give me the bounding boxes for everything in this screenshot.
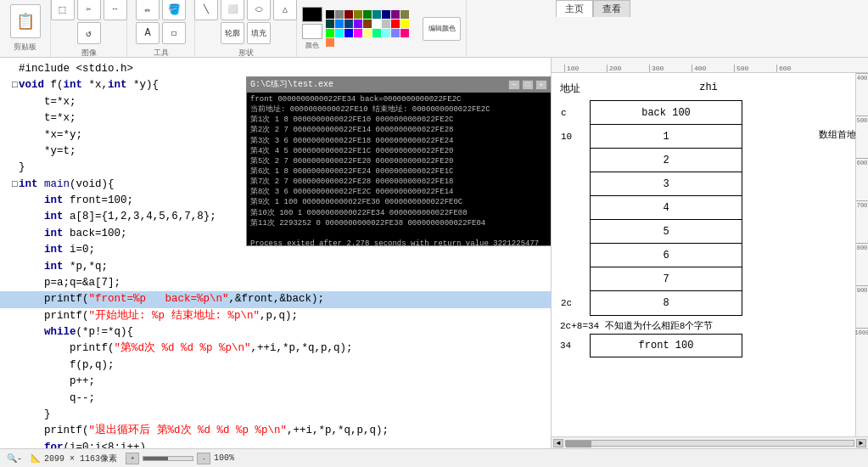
tab-home[interactable]: 主页 [556, 0, 593, 17]
paste-btn[interactable]: 📋 [10, 4, 41, 38]
clipboard-section: 📋 剪贴板 [0, 0, 51, 57]
term-line-1: front 0000000000022FE34 back=00000000000… [250, 94, 547, 104]
mem-val-header: zhi [619, 82, 798, 96]
zoom-out-btn2[interactable]: - [197, 453, 210, 464]
terminal-maximize-btn[interactable]: □ [522, 80, 534, 90]
scroll-thumb[interactable] [566, 441, 591, 447]
mem-val-8: 8 [591, 291, 742, 315]
color-darkred[interactable] [344, 10, 353, 19]
mem-addr-2c: 2c [561, 298, 572, 308]
color-yellow[interactable] [400, 20, 409, 28]
edit-colors-btn[interactable]: 编辑颜色 [423, 17, 461, 41]
color-lightyellow[interactable] [363, 29, 372, 37]
color-purple[interactable] [391, 10, 400, 19]
color-silver[interactable] [382, 20, 390, 28]
terminal-minimize-btn[interactable]: ─ [508, 80, 520, 90]
drawing-area[interactable]: 地址 zhi 数组首地址 c back 100 [552, 73, 855, 436]
tab-view[interactable]: 查看 [593, 0, 630, 17]
shape1-btn[interactable]: ╲ [194, 0, 218, 20]
term-line-13: 第11次 2293252 0 0000000000022FE38 0000000… [250, 218, 547, 228]
zoom-out-btn[interactable]: 🔍- [7, 453, 22, 464]
code-line-18: f(p,q); [0, 357, 551, 374]
mem-row-5: 5 [591, 220, 742, 244]
code-line-13: p=a;q=&a[7]; [0, 275, 551, 291]
mem-val-4: 4 [591, 196, 742, 220]
color-blue2[interactable] [344, 29, 353, 37]
color-navy[interactable] [382, 10, 390, 19]
mem-val-front: front 100 [590, 334, 742, 357]
term-line-3: 第1次 1 8 0000000000022FE10 0000000000022F… [250, 115, 547, 125]
color-label: 颜色 [305, 41, 319, 50]
term-line-11: 第9次 1 100 0000000000022FE30 000000000002… [250, 197, 547, 207]
outline-btn[interactable]: 轮廓 [221, 22, 244, 44]
zoom-slider[interactable] [143, 456, 193, 461]
mem-val-back: back 100 [591, 101, 742, 125]
color-darkblue[interactable] [344, 20, 353, 28]
tab-bar: 主页 查看 [556, 0, 630, 17]
shape2-btn[interactable]: ⬜ [221, 0, 244, 20]
color-periwinkle[interactable] [391, 29, 400, 37]
toolbar: 主页 查看 📋 剪贴板 ⬚ ✂ ↔ ↺ 图像 ✏ 🪣 A ◻ 工具 [0, 0, 868, 58]
pencil-btn[interactable]: ✏ [136, 0, 160, 20]
right-panel: 100 200 300 400 500 600 地址 zhi 数 [552, 58, 868, 448]
resize-btn[interactable]: ↔ [104, 0, 127, 20]
mem-addr-header: 地址 [560, 82, 590, 96]
scroll-right-btn[interactable]: ▶ [856, 439, 866, 447]
color-brown[interactable] [363, 20, 372, 28]
fill2-btn[interactable]: 填充 [247, 22, 271, 44]
text-btn[interactable]: A [136, 22, 160, 44]
code-header-line: #include <stdio.h> [0, 61, 551, 77]
shape4-btn[interactable]: △ [273, 0, 297, 20]
ruler-mark-100: 100 [564, 65, 607, 72]
shape3-btn[interactable]: ⬭ [247, 0, 271, 20]
terminal-close-btn[interactable]: × [535, 80, 547, 90]
color2-swatch[interactable] [302, 24, 322, 39]
image-size-icon: 📐 [31, 453, 41, 464]
color-blue[interactable] [335, 20, 344, 28]
eraser-btn[interactable]: ◻ [162, 22, 186, 44]
color-cyan[interactable] [335, 29, 344, 37]
memory-diagram: 地址 zhi 数组首地址 c back 100 [560, 82, 798, 357]
ruler-mark-200: 200 [607, 65, 649, 72]
zoom-in-btn[interactable]: + [126, 453, 139, 464]
color-black[interactable] [326, 10, 334, 19]
color-darkteal[interactable] [326, 20, 334, 28]
rotate-btn[interactable]: ↺ [77, 22, 101, 44]
mem-addr-c: c [561, 108, 567, 118]
mem-val-5: 5 [591, 220, 742, 244]
color-teal[interactable] [372, 10, 381, 19]
mem-val-3: 3 [591, 172, 742, 196]
color-mintgreen[interactable] [372, 29, 381, 37]
scroll-track[interactable] [565, 440, 854, 447]
color-darkyellow[interactable] [400, 10, 409, 19]
color-green[interactable] [363, 10, 372, 19]
clipboard-label: 剪贴板 [14, 42, 36, 53]
terminal-title: G:\C练习\test.exe [250, 78, 333, 92]
color-lime[interactable] [326, 29, 334, 37]
color-white[interactable] [372, 20, 381, 28]
term-line-9: 第7次 2 7 0000000000022FE28 0000000000022F… [250, 177, 547, 187]
mem-val-2: 2 [591, 149, 742, 172]
color-lightcyan[interactable] [382, 29, 390, 37]
color-violet[interactable] [354, 20, 362, 28]
image-size-text: 2099 × 1163像素 [44, 453, 117, 464]
h-scrollbar: ◀ ▶ [552, 436, 868, 448]
h-ruler: 100 200 300 400 500 600 [552, 58, 868, 73]
term-line-2: 当前地址: 0000000000022FE10 结束地址: 0000000000… [250, 104, 547, 115]
color-magenta[interactable] [354, 29, 362, 37]
color1-swatch[interactable] [302, 7, 322, 22]
color-olive[interactable] [354, 10, 362, 19]
color-gray[interactable] [335, 10, 344, 19]
scroll-left-btn[interactable]: ◀ [553, 439, 563, 447]
color-red[interactable] [391, 20, 400, 28]
crop-btn[interactable]: ✂ [77, 0, 101, 20]
zoom-out-icon[interactable]: 🔍- [7, 453, 22, 464]
mem-row-6: 6 [591, 244, 742, 267]
mem-note1: 2c+8=34 不知道为什么相距8个字节 [560, 319, 798, 332]
select-btn[interactable]: ⬚ [51, 0, 75, 20]
fill-btn[interactable]: 🪣 [162, 0, 186, 20]
term-line-15: Process exited after 2.278 seconds with … [250, 239, 547, 245]
tools-section: ✏ 🪣 A ◻ 工具 [127, 0, 195, 57]
color-orange[interactable] [326, 38, 334, 47]
color-hotpink[interactable] [400, 29, 409, 37]
